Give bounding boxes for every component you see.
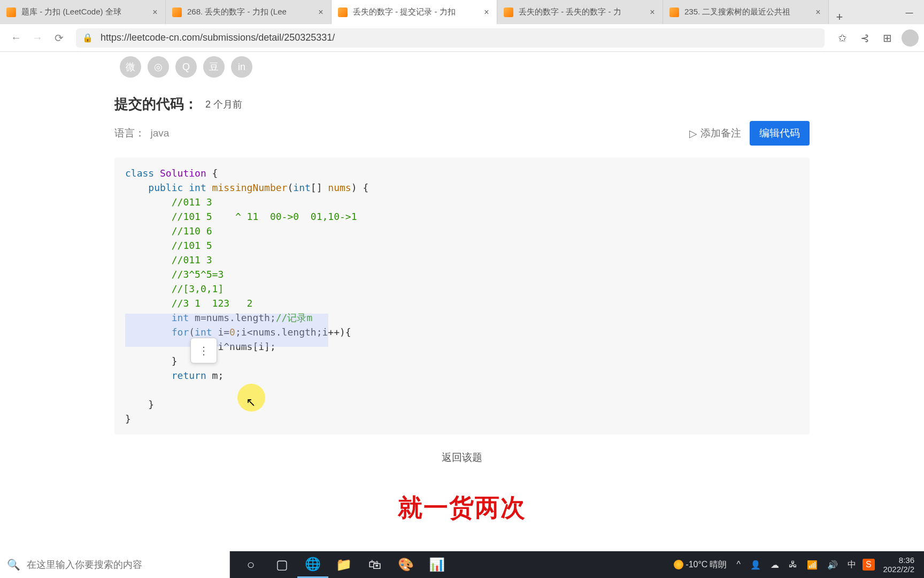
video-caption: 就一货两次 xyxy=(98,491,826,524)
leetcode-icon xyxy=(669,7,679,17)
tray-sogou-icon[interactable]: S xyxy=(863,559,875,571)
linkedin-icon[interactable]: in xyxy=(231,56,252,78)
tabs-container: 题库 - 力扣 (LeetCode) 全球 × 268. 丢失的数字 - 力扣 … xyxy=(0,0,895,24)
new-tab-button[interactable]: + xyxy=(829,10,850,24)
edit-code-button[interactable]: 编辑代码 xyxy=(750,121,810,146)
weather-text: 晴朗 xyxy=(710,559,727,571)
code-block[interactable]: class Solution { public int missingNumbe… xyxy=(114,157,810,435)
submission-time: 2 个月前 xyxy=(205,98,242,111)
browser-tabstrip: 题库 - 力扣 (LeetCode) 全球 × 268. 丢失的数字 - 力扣 … xyxy=(0,0,924,24)
edge-icon[interactable]: 🌐 xyxy=(297,551,328,578)
collections-icon[interactable]: ⊞ xyxy=(876,27,898,49)
wechat-icon[interactable]: 微 xyxy=(120,56,141,78)
profile-avatar[interactable] xyxy=(902,29,919,47)
close-icon[interactable]: × xyxy=(150,7,160,17)
minimize-button[interactable]: — xyxy=(895,0,924,24)
read-aloud-icon[interactable]: ✩ xyxy=(831,27,853,49)
close-icon[interactable]: × xyxy=(813,7,823,17)
add-note-label: 添加备注 xyxy=(700,126,741,140)
tray-people-icon[interactable]: 👤 xyxy=(747,560,764,570)
tray-ime[interactable]: 中 xyxy=(844,559,859,571)
context-menu-button[interactable]: ⋮ xyxy=(190,338,217,363)
heading: 提交的代码： xyxy=(114,95,198,113)
tray-wifi-icon[interactable]: 📶 xyxy=(804,560,821,570)
taskbar-apps: ○ ▢ 🌐 📁 🛍 🎨 📊 xyxy=(230,551,666,578)
douban-icon[interactable]: 豆 xyxy=(203,56,225,78)
add-note-button[interactable]: ▷ 添加备注 xyxy=(689,126,741,140)
store-icon[interactable]: 🛍 xyxy=(359,551,390,578)
windows-taskbar: 🔍 ○ ▢ 🌐 📁 🛍 🎨 📊 -10°C 晴朗 ^ 👤 ☁ 🖧 📶 🔊 中 S… xyxy=(0,551,924,578)
tab-label: 235. 二叉搜索树的最近公共祖 xyxy=(684,7,813,17)
tab-3[interactable]: 丢失的数字 - 丢失的数字 - 力 × xyxy=(497,0,663,24)
taskview-icon[interactable]: ▢ xyxy=(266,551,297,578)
tab-label: 268. 丢失的数字 - 力扣 (Lee xyxy=(187,7,316,17)
sun-icon xyxy=(674,560,683,569)
cortana-icon[interactable]: ○ xyxy=(235,551,266,578)
tray-chevron-icon[interactable]: ^ xyxy=(733,560,744,569)
taskbar-search[interactable]: 🔍 xyxy=(0,551,230,578)
url-input[interactable] xyxy=(101,32,818,43)
flag-icon: ▷ xyxy=(689,127,697,140)
refresh-button[interactable]: ⟳ xyxy=(48,27,70,49)
close-icon[interactable]: × xyxy=(482,7,491,17)
lock-icon: 🔒 xyxy=(82,33,93,43)
back-button[interactable]: ← xyxy=(5,27,27,49)
language-label: 语言： xyxy=(114,127,145,139)
code-text: class Solution { public int missingNumbe… xyxy=(125,166,799,426)
clock-time: 8:36 xyxy=(883,556,914,565)
tab-4[interactable]: 235. 二叉搜索树的最近公共祖 × xyxy=(663,0,829,24)
tab-label: 丢失的数字 - 丢失的数字 - 力 xyxy=(519,7,648,17)
page-content: 微 ◎ Q 豆 in 提交的代码： 2 个月前 语言： java ▷ 添加备注 … xyxy=(0,52,924,551)
window-controls: — xyxy=(895,0,924,24)
taskbar-clock[interactable]: 8:36 2022/2/2 xyxy=(878,556,920,574)
leetcode-icon xyxy=(6,7,16,17)
tab-label: 题库 - 力扣 (LeetCode) 全球 xyxy=(21,7,150,17)
forward-button[interactable]: → xyxy=(27,27,48,49)
leetcode-icon xyxy=(338,7,348,17)
tab-2[interactable]: 丢失的数字 - 提交记录 - 力扣 × xyxy=(332,0,497,24)
tab-1[interactable]: 268. 丢失的数字 - 力扣 (Lee × xyxy=(166,0,332,24)
browser-toolbar: ← → ⟳ 🔒 ✩ ⊰ ⊞ xyxy=(0,24,924,52)
system-tray: -10°C 晴朗 ^ 👤 ☁ 🖧 📶 🔊 中 S 8:36 2022/2/2 xyxy=(666,551,924,578)
tab-0[interactable]: 题库 - 力扣 (LeetCode) 全球 × xyxy=(0,0,166,24)
tray-onedrive-icon[interactable]: ☁ xyxy=(767,560,782,570)
tray-network-icon[interactable]: 🖧 xyxy=(786,560,800,569)
close-icon[interactable]: × xyxy=(648,7,657,17)
search-icon: 🔍 xyxy=(0,558,27,571)
language-value: java xyxy=(150,127,169,139)
leetcode-icon xyxy=(504,7,513,17)
app-icon-2[interactable]: 📊 xyxy=(421,551,452,578)
favorites-icon[interactable]: ⊰ xyxy=(853,27,876,49)
tray-volume-icon[interactable]: 🔊 xyxy=(824,560,841,570)
share-bar: 微 ◎ Q 豆 in xyxy=(98,52,826,90)
taskbar-search-input[interactable] xyxy=(27,559,229,571)
app-icon[interactable]: 🎨 xyxy=(390,551,421,578)
submission-meta: 语言： java ▷ 添加备注 编辑代码 xyxy=(98,121,826,151)
weather-temp: -10°C xyxy=(686,560,707,569)
qq-icon[interactable]: Q xyxy=(175,56,197,78)
weibo-icon[interactable]: ◎ xyxy=(148,56,169,78)
tab-label: 丢失的数字 - 提交记录 - 力扣 xyxy=(353,7,482,17)
close-icon[interactable]: × xyxy=(316,7,326,17)
leetcode-icon xyxy=(172,7,182,17)
clock-date: 2022/2/2 xyxy=(883,565,914,574)
explorer-icon[interactable]: 📁 xyxy=(328,551,359,578)
weather-widget[interactable]: -10°C 晴朗 xyxy=(671,559,730,571)
address-bar[interactable]: 🔒 xyxy=(76,28,825,48)
submission-header: 提交的代码： 2 个月前 xyxy=(98,90,826,121)
back-to-problem-link[interactable]: 返回该题 xyxy=(98,451,826,465)
